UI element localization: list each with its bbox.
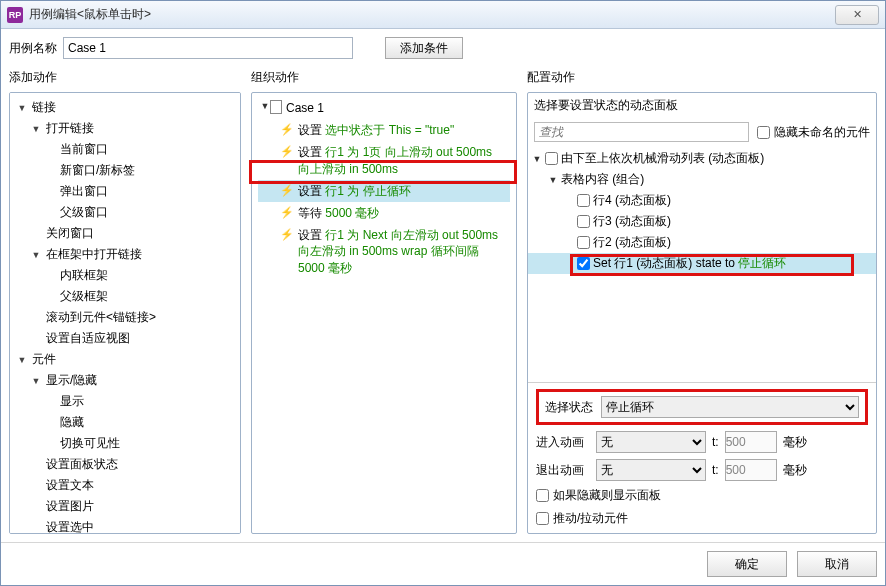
action-tree-item[interactable]: 关闭窗口: [12, 223, 238, 244]
exit-anim-label: 退出动画: [536, 462, 590, 479]
window-close-button[interactable]: ✕: [835, 5, 879, 25]
expander-icon: ▼: [30, 249, 42, 261]
panel-tree[interactable]: ▼由下至上依次机械滑动列表 (动态面板)▼表格内容 (组合)行4 (动态面板)行…: [528, 146, 876, 382]
panel-item-label: 行3 (动态面板): [593, 213, 671, 230]
expander-icon: ▼: [16, 354, 28, 366]
bolt-icon: ⚡: [280, 227, 294, 242]
panel-item-checkbox[interactable]: [545, 152, 558, 165]
action-tree-item[interactable]: 父级窗口: [12, 202, 238, 223]
hide-unnamed-checkbox[interactable]: [757, 126, 770, 139]
bolt-icon: ⚡: [280, 144, 294, 159]
ok-button[interactable]: 确定: [707, 551, 787, 577]
panel-tree-item[interactable]: Set 行1 (动态面板) state to 停止循环: [528, 253, 876, 274]
show-if-hidden-row[interactable]: 如果隐藏则显示面板: [536, 487, 868, 504]
action-tree-label: 显示: [58, 393, 84, 410]
enter-t-label: t:: [712, 435, 719, 449]
case-header[interactable]: ▼ Case 1: [258, 97, 510, 119]
push-pull-checkbox[interactable]: [536, 512, 549, 525]
action-tree-item[interactable]: 父级框架: [12, 286, 238, 307]
bolt-icon: ⚡: [280, 205, 294, 220]
action-tree-item[interactable]: ▼在框架中打开链接: [12, 244, 238, 265]
exit-animation-row: 退出动画 无 t: 毫秒: [536, 459, 868, 481]
expander-icon: [30, 480, 42, 492]
action-tree-item[interactable]: 设置面板状态: [12, 454, 238, 475]
organize-action-row[interactable]: ⚡设置 行1 为 停止循环: [258, 180, 510, 202]
action-tree-item[interactable]: 切换可见性: [12, 433, 238, 454]
show-if-hidden-checkbox[interactable]: [536, 489, 549, 502]
select-state-dropdown[interactable]: 停止循环: [601, 396, 859, 418]
action-tree-item[interactable]: 设置文本: [12, 475, 238, 496]
exit-anim-select[interactable]: 无: [596, 459, 706, 481]
enter-anim-label: 进入动画: [536, 434, 590, 451]
select-state-row: 选择状态 停止循环: [536, 389, 868, 425]
action-tree-item[interactable]: ▼显示/隐藏: [12, 370, 238, 391]
add-condition-button[interactable]: 添加条件: [385, 37, 463, 59]
action-tree-label: 弹出窗口: [58, 183, 108, 200]
expander-icon: ▼: [30, 375, 42, 387]
panel-item-label: 行4 (动态面板): [593, 192, 671, 209]
cancel-button[interactable]: 取消: [797, 551, 877, 577]
action-tree-item[interactable]: 设置自适应视图: [12, 328, 238, 349]
expander-icon: [44, 396, 56, 408]
panel-tree-item[interactable]: ▼由下至上依次机械滑动列表 (动态面板): [528, 148, 876, 169]
panel-tree-item[interactable]: 行2 (动态面板): [528, 232, 876, 253]
organize-action-row[interactable]: ⚡设置 行1 为 1页 向上滑动 out 500ms 向上滑动 in 500ms: [258, 141, 510, 179]
panel-item-label: 由下至上依次机械滑动列表 (动态面板): [561, 150, 764, 167]
action-tree-item[interactable]: 滚动到元件<锚链接>: [12, 307, 238, 328]
expander-icon: [44, 144, 56, 156]
hide-unnamed-row[interactable]: 隐藏未命名的元件: [757, 124, 870, 141]
panel-item-checkbox[interactable]: [577, 215, 590, 228]
action-tree-item[interactable]: 新窗口/新标签: [12, 160, 238, 181]
action-tree-label: 设置选中: [44, 519, 94, 534]
action-tree-item[interactable]: 弹出窗口: [12, 181, 238, 202]
action-tree-item[interactable]: ▼链接: [12, 97, 238, 118]
action-tree[interactable]: ▼链接▼打开链接当前窗口新窗口/新标签弹出窗口父级窗口关闭窗口▼在框架中打开链接…: [10, 93, 240, 534]
action-tree-label: 滚动到元件<锚链接>: [44, 309, 156, 326]
select-state-label: 选择状态: [545, 399, 593, 416]
action-tree-label: 设置图片: [44, 498, 94, 515]
panel-item-checkbox[interactable]: [577, 236, 590, 249]
panel-item-checkbox[interactable]: [577, 194, 590, 207]
organize-action-text: 设置 行1 为 1页 向上滑动 out 500ms 向上滑动 in 500ms: [298, 144, 506, 176]
action-tree-item[interactable]: 显示: [12, 391, 238, 412]
show-if-hidden-label: 如果隐藏则显示面板: [553, 487, 661, 504]
action-tree-label: 新窗口/新标签: [58, 162, 135, 179]
action-tree-item[interactable]: ▼元件: [12, 349, 238, 370]
expander-icon: [44, 438, 56, 450]
organize-action-row[interactable]: ⚡设置 行1 为 Next 向左滑动 out 500ms 向左滑动 in 500…: [258, 224, 510, 279]
action-tree-item[interactable]: 设置图片: [12, 496, 238, 517]
organize-action-text: 设置 选中状态于 This = "true": [298, 122, 454, 138]
case-icon: [270, 100, 282, 114]
expander-icon: ▼: [30, 123, 42, 135]
panel-tree-item[interactable]: ▼表格内容 (组合): [528, 169, 876, 190]
enter-anim-select[interactable]: 无: [596, 431, 706, 453]
panel-item-checkbox[interactable]: [577, 257, 590, 270]
expander-icon: [30, 228, 42, 240]
action-tree-item[interactable]: 隐藏: [12, 412, 238, 433]
action-tree-label: 链接: [30, 99, 56, 116]
action-tree-item[interactable]: 当前窗口: [12, 139, 238, 160]
exit-ms-input: [725, 459, 777, 481]
expander-icon: [44, 417, 56, 429]
action-tree-label: 设置自适应视图: [44, 330, 130, 347]
expander-icon: [30, 333, 42, 345]
push-pull-row[interactable]: 推动/拉动元件: [536, 510, 868, 527]
panel-tree-item[interactable]: 行4 (动态面板): [528, 190, 876, 211]
action-tree-item[interactable]: 设置选中: [12, 517, 238, 534]
hide-unnamed-label: 隐藏未命名的元件: [774, 124, 870, 141]
action-tree-label: 父级框架: [58, 288, 108, 305]
panel-tree-item[interactable]: 行3 (动态面板): [528, 211, 876, 232]
action-tree-item[interactable]: 内联框架: [12, 265, 238, 286]
organize-action-row[interactable]: ⚡设置 选中状态于 This = "true": [258, 119, 510, 141]
action-tree-item[interactable]: ▼打开链接: [12, 118, 238, 139]
bolt-icon: ⚡: [280, 122, 294, 137]
action-tree-label: 关闭窗口: [44, 225, 94, 242]
action-tree-label: 元件: [30, 351, 56, 368]
action-tree-label: 在框架中打开链接: [44, 246, 142, 263]
window-title: 用例编辑<鼠标单击时>: [29, 6, 151, 23]
expander-icon: [44, 291, 56, 303]
case-name-input[interactable]: [63, 37, 353, 59]
search-input[interactable]: [534, 122, 749, 142]
exit-unit: 毫秒: [783, 462, 807, 479]
organize-action-row[interactable]: ⚡等待 5000 毫秒: [258, 202, 510, 224]
